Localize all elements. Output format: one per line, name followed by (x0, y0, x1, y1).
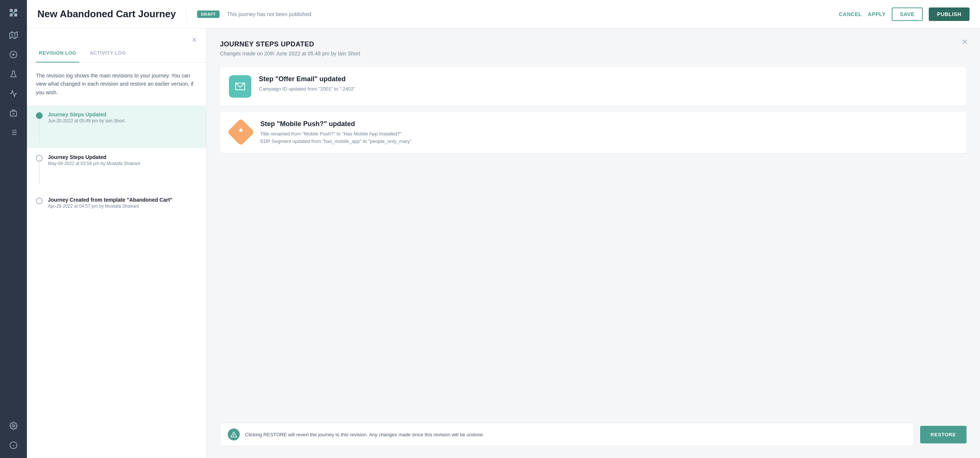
step-title-email: Step "Offer Email" updated (259, 75, 355, 83)
revision-content: Journey Created from template "Abandoned… (48, 197, 172, 209)
tabs: REVISION LOG ACTIVITY LOG (27, 44, 206, 62)
close-panel-button[interactable]: ✕ (191, 36, 197, 44)
restore-warning-text: Clicking RESTORE will revert the journey… (245, 432, 484, 437)
step-detail-push: Title renamed from "Mobile Push?" to "Ha… (260, 130, 412, 145)
svg-rect-2 (10, 13, 13, 16)
revision-subtitle: Apr-28-2022 at 04:57 pm by Mustafa Shair… (48, 204, 172, 209)
close-right-panel-button[interactable]: ✕ (962, 37, 968, 46)
body-area: ✕ REVISION LOG ACTIVITY LOG The revision… (27, 29, 980, 458)
sidebar-logo (5, 5, 22, 21)
revision-content: Journey Steps Updated Jun-20-2022 at 05:… (48, 112, 124, 123)
warning-icon (228, 428, 240, 440)
svg-marker-5 (10, 32, 17, 38)
publish-button[interactable]: PUBLISH (929, 8, 969, 21)
step-title-push: Step "Mobile Push?" updated (260, 120, 412, 128)
restore-bar: Clicking RESTORE will revert the journey… (220, 414, 967, 446)
sidebar-item-map[interactable] (5, 27, 22, 43)
revision-list: Journey Steps Updated Jun-20-2022 at 05:… (27, 105, 206, 224)
sidebar-item-info[interactable] (5, 437, 22, 453)
svg-point-4 (12, 11, 14, 14)
sidebar (0, 0, 27, 458)
revision-content: Journey Steps Updated May-04-2022 at 03:… (48, 154, 140, 166)
revision-title: Journey Created from template "Abandoned… (48, 197, 172, 203)
revision-subtitle: Jun-20-2022 at 05:48 pm by Iain Short (48, 118, 124, 123)
draft-badge: DRAFT (197, 11, 220, 18)
restore-button[interactable]: RESTORE (920, 426, 967, 444)
revision-subtitle: May-04-2022 at 03:58 pm by Mustafa Shair… (48, 161, 140, 166)
step-card-push: Step "Mobile Push?" updated Title rename… (220, 112, 967, 153)
step-info-push: Step "Mobile Push?" updated Title rename… (260, 120, 412, 145)
revision-item[interactable]: Journey Steps Updated May-04-2022 at 03:… (27, 148, 206, 191)
tab-activity-log[interactable]: ACTIVITY LOG (87, 44, 129, 62)
sidebar-item-settings[interactable] (5, 418, 22, 434)
svg-rect-0 (10, 9, 13, 12)
revision-title: Journey Steps Updated (48, 112, 124, 118)
revision-dot (36, 155, 43, 162)
right-panel: ✕ JOURNEY STEPS UPDATED Changes made on … (207, 29, 980, 458)
header: New Abandoned Cart Journey DRAFT This jo… (27, 0, 980, 29)
panel-description: The revision log shows the main revision… (27, 62, 206, 105)
svg-point-26 (234, 436, 234, 437)
revision-item[interactable]: Journey Created from template "Abandoned… (27, 191, 206, 215)
email-step-icon (229, 75, 251, 98)
page-title: New Abandoned Cart Journey (37, 8, 176, 20)
restore-warning: Clicking RESTORE will revert the journey… (220, 423, 914, 446)
push-step-icon (227, 118, 255, 146)
svg-rect-1 (14, 9, 17, 12)
sidebar-item-flask[interactable] (5, 66, 22, 82)
tab-revision-log[interactable]: REVISION LOG (36, 44, 79, 62)
cancel-button[interactable]: CANCEL (839, 11, 862, 17)
apply-button[interactable]: APPLY (868, 11, 886, 17)
journey-steps-title: JOURNEY STEPS UPDATED (220, 40, 967, 48)
svg-rect-3 (14, 13, 17, 16)
sidebar-item-list[interactable] (5, 124, 22, 141)
step-card-email: Step "Offer Email" updated Campaign ID u… (220, 67, 967, 106)
journey-steps-subtitle: Changes made on 20th June 2022 at 05:48 … (220, 51, 967, 56)
revision-item[interactable]: Journey Steps Updated Jun-20-2022 at 05:… (27, 105, 206, 148)
svg-point-20 (12, 425, 14, 427)
header-status-text: This journey has not been published. (227, 11, 832, 17)
step-detail-email: Campaign ID updated from "2001" to ":240… (259, 85, 355, 93)
main-area: New Abandoned Cart Journey DRAFT This jo… (27, 0, 980, 458)
header-divider (186, 7, 187, 22)
panel-header: ✕ (27, 29, 206, 44)
revision-dot (36, 198, 43, 204)
sidebar-item-activity[interactable] (5, 85, 22, 102)
sidebar-item-plus[interactable] (5, 46, 22, 63)
step-info-email: Step "Offer Email" updated Campaign ID u… (259, 75, 355, 93)
revision-title: Journey Steps Updated (48, 154, 140, 160)
revision-dot (36, 112, 43, 119)
left-panel: ✕ REVISION LOG ACTIVITY LOG The revision… (27, 29, 207, 458)
save-button[interactable]: SAVE (892, 8, 923, 21)
sidebar-item-kit[interactable] (5, 105, 22, 121)
header-actions: CANCEL APPLY SAVE PUBLISH (839, 8, 969, 21)
